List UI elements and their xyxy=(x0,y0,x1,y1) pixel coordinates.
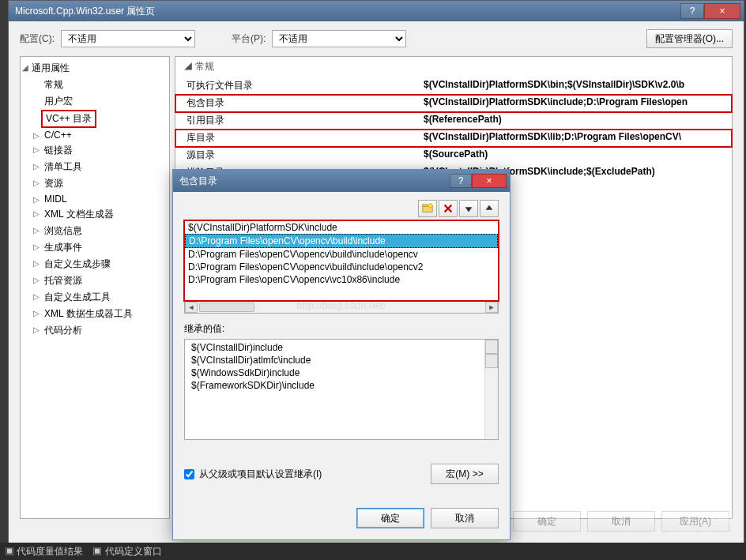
list-item[interactable]: D:\Program Files\openCV\opencv\build\inc… xyxy=(185,234,498,248)
tree-node-label: XML 数据生成器工具 xyxy=(44,308,133,319)
hscroll-thumb[interactable] xyxy=(199,303,254,312)
tree-toggle-icon[interactable]: ▷ xyxy=(33,226,40,235)
tree-toggle-icon[interactable]: ▷ xyxy=(33,131,40,140)
svg-point-2 xyxy=(428,204,432,208)
tree-toggle-icon[interactable]: ▷ xyxy=(33,179,40,187)
grid-row[interactable]: 库目录$(VCInstallDir)PlatformSDK\lib;D:\Pro… xyxy=(175,130,732,147)
platform-select[interactable]: 不适用 xyxy=(272,30,406,47)
grid-row-label: 引用目录 xyxy=(175,112,420,129)
main-dialog-buttons: 确定 取消 应用(A) xyxy=(513,511,729,532)
dialog-ok-button[interactable]: 确定 xyxy=(356,508,424,528)
tree-node[interactable]: ▷自定义生成步骤 xyxy=(21,256,169,272)
inherited-item[interactable]: $(VCInstallDir)include xyxy=(188,341,495,354)
main-apply-button[interactable]: 应用(A) xyxy=(661,511,729,532)
grid-row[interactable]: 包含目录$(VCInstallDir)PlatformSDK\include;D… xyxy=(175,95,732,112)
tree-node[interactable]: ▷MIDL xyxy=(21,192,169,206)
tree-toggle-icon[interactable]: ▷ xyxy=(33,259,40,268)
config-row: 配置(C): 不适用 平台(P): 不适用 配置管理器(O)... xyxy=(9,21,744,56)
tree-node-label: 代码分析 xyxy=(44,325,82,336)
tree-toggle-icon[interactable]: ◢ xyxy=(22,63,28,72)
tree-toggle-icon[interactable]: ▷ xyxy=(33,309,40,318)
tree-toggle-icon[interactable]: ▷ xyxy=(33,292,40,301)
help-button[interactable]: ? xyxy=(680,3,704,19)
config-label: 配置(C): xyxy=(20,32,55,46)
close-button[interactable]: × xyxy=(704,3,740,19)
tree-toggle-icon[interactable]: ▷ xyxy=(33,162,40,171)
grid-row-value: $(VCInstallDir)PlatformSDK\lib;D:\Progra… xyxy=(420,130,732,146)
tree-node[interactable]: ▷C/C++ xyxy=(21,128,169,142)
tree-panel[interactable]: ◢通用属性常规用户宏VC++ 目录▷C/C++▷链接器▷清单工具▷资源▷MIDL… xyxy=(20,56,170,519)
tree-node-label: 资源 xyxy=(44,178,63,189)
platform-label: 平台(P): xyxy=(232,32,266,46)
list-item[interactable]: D:\Program Files\openCV\opencv\build\inc… xyxy=(185,261,498,273)
tree-node-label: 链接器 xyxy=(44,145,73,156)
vscrollbar[interactable] xyxy=(484,340,498,439)
tree-toggle-icon[interactable]: ▷ xyxy=(33,325,40,334)
inherit-checkbox[interactable] xyxy=(184,469,194,479)
include-dirs-dialog: 包含目录 ? × $(VCInstallDir)PlatformSDK\incl… xyxy=(172,169,511,540)
tree-node-label: 常规 xyxy=(44,79,63,90)
list-item[interactable]: D:\Program Files\openCV\opencv\vc10x86\i… xyxy=(185,273,498,286)
tree-node[interactable]: 常规 xyxy=(21,77,169,93)
tree-toggle-icon[interactable]: ▷ xyxy=(33,145,40,154)
list-item[interactable]: D:\Program Files\openCV\opencv\build\inc… xyxy=(185,248,498,261)
inherited-item[interactable]: $(VCInstallDir)atlmfc\include xyxy=(188,354,495,366)
config-select[interactable]: 不适用 xyxy=(61,30,195,47)
taskbar-item[interactable]: ▣ 代码度量值结果 xyxy=(5,545,83,558)
grid-row[interactable]: 可执行文件目录$(VCInstallDir)PlatformSDK\bin;$(… xyxy=(175,77,732,95)
scroll-right-icon[interactable]: ► xyxy=(485,302,498,313)
move-up-icon[interactable] xyxy=(480,200,499,217)
tree-node-label: VC++ 目录 xyxy=(46,113,92,124)
macro-button[interactable]: 宏(M) >> xyxy=(431,464,499,484)
dialog-help-button[interactable]: ? xyxy=(450,174,472,188)
tree-node[interactable]: ▷清单工具 xyxy=(21,159,169,175)
tree-toggle-icon[interactable]: ▷ xyxy=(33,195,40,204)
dialog-close-button[interactable]: × xyxy=(472,174,507,188)
tree-node-vcdirs[interactable]: VC++ 目录 xyxy=(41,110,96,128)
tree-node[interactable]: 用户宏 xyxy=(21,93,169,110)
tree-node[interactable]: ▷资源 xyxy=(21,175,169,192)
taskbar-item[interactable]: ▣ 代码定义窗口 xyxy=(92,545,161,558)
inherited-label: 继承的值: xyxy=(184,322,499,336)
paths-listbox[interactable]: $(VCInstallDir)PlatformSDK\includeD:\Pro… xyxy=(184,220,499,301)
dialog-cancel-button[interactable]: 取消 xyxy=(431,508,499,528)
tree-node[interactable]: ▷XML 文档生成器 xyxy=(21,206,169,223)
inherited-item[interactable]: $(WindowsSdkDir)include xyxy=(188,366,495,379)
grid-row[interactable]: 引用目录$(ReferencePath) xyxy=(175,112,732,130)
tree-toggle-icon[interactable]: ▷ xyxy=(33,242,40,251)
hscrollbar[interactable]: ◄ ► xyxy=(184,301,499,314)
grid-row[interactable]: 源目录$(SourcePath) xyxy=(175,147,732,164)
tree-node[interactable]: ▷XML 数据生成器工具 xyxy=(21,306,169,322)
taskbar: ▣ 代码度量值结果 ▣ 代码定义窗口 xyxy=(0,543,746,560)
tree-node[interactable]: ▷浏览信息 xyxy=(21,223,169,239)
dialog-titlebar: 包含目录 ? × xyxy=(173,170,510,192)
tree-node-label: 自定义生成步骤 xyxy=(44,258,111,269)
tree-node-label: XML 文档生成器 xyxy=(44,209,114,220)
grid-row-label: 可执行文件目录 xyxy=(175,77,420,94)
tree-node[interactable]: ▷链接器 xyxy=(21,142,169,159)
tree-node-label: 通用属性 xyxy=(32,62,70,73)
tree-node-label: 生成事件 xyxy=(44,242,82,253)
inherited-item[interactable]: $(FrameworkSDKDir)\include xyxy=(188,379,495,392)
list-item[interactable]: $(VCInstallDir)PlatformSDK\include xyxy=(185,221,498,234)
tree-node-label: 托管资源 xyxy=(44,275,82,286)
delete-icon[interactable] xyxy=(439,200,458,217)
tree-node[interactable]: ▷托管资源 xyxy=(21,272,169,289)
scroll-left-icon[interactable]: ◄ xyxy=(185,302,198,313)
tree-toggle-icon[interactable]: ▷ xyxy=(33,276,40,284)
move-down-icon[interactable] xyxy=(459,200,478,217)
tree-node[interactable]: ◢通用属性 xyxy=(21,60,169,77)
main-cancel-button[interactable]: 取消 xyxy=(587,511,655,532)
new-folder-icon[interactable] xyxy=(418,200,437,217)
inherited-listbox[interactable]: $(VCInstallDir)include$(VCInstallDir)atl… xyxy=(184,339,499,440)
main-title: Microsoft.Cpp.Win32.user 属性页 xyxy=(15,5,680,18)
tree-toggle-icon[interactable]: ▷ xyxy=(33,209,40,218)
tree-node-label: 用户宏 xyxy=(44,96,73,107)
tree-node-label: MIDL xyxy=(44,194,67,205)
main-ok-button[interactable]: 确定 xyxy=(513,511,581,532)
tree-node[interactable]: ▷生成事件 xyxy=(21,239,169,256)
config-manager-button[interactable]: 配置管理器(O)... xyxy=(646,29,733,48)
tree-node[interactable]: ▷自定义生成工具 xyxy=(21,289,169,306)
inherit-checkbox-label: 从父级或项目默认设置继承(I) xyxy=(199,468,322,481)
tree-node[interactable]: ▷代码分析 xyxy=(21,322,169,339)
